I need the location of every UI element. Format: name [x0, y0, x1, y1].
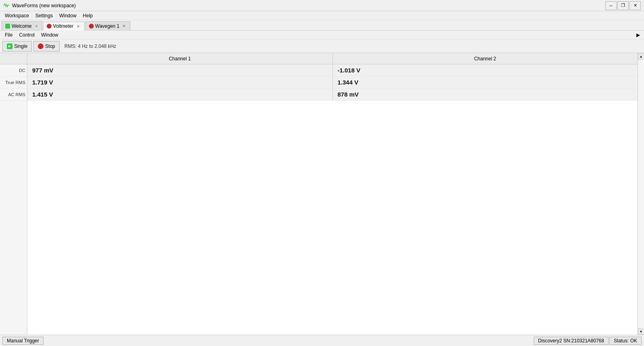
- tab-wavegen1-close-icon[interactable]: ✕: [121, 23, 127, 29]
- data-grid: Channel 1 Channel 2 977 mV -1.018 V 1.71…: [27, 53, 638, 335]
- stop-button[interactable]: Stop: [33, 41, 60, 51]
- single-button[interactable]: Single: [2, 41, 32, 51]
- grid-cell-ac-rms-ch2: 878 mV: [333, 89, 638, 100]
- voltmeter-tab-icon: [47, 24, 52, 29]
- welcome-tab-icon: [5, 24, 10, 29]
- submenu-window[interactable]: Window: [38, 31, 62, 39]
- maximize-button[interactable]: ❐: [617, 1, 629, 10]
- scroll-up-arrow[interactable]: ▲: [638, 53, 644, 60]
- instrument-toolbar: Single Stop RMS: 4 Hz to 2.048 kHz: [0, 39, 644, 53]
- grid-header-ch2: Channel 2: [333, 53, 638, 64]
- submenu-file[interactable]: File: [2, 31, 16, 39]
- statusbar: Manual Trigger Discovery2 SN:210321A8076…: [0, 335, 644, 346]
- main-content: DC True RMS AC RMS Channel 1 Channel 2 9…: [0, 53, 644, 335]
- grid-cell-dc-ch2: -1.018 V: [333, 64, 638, 76]
- tab-welcome-label: Welcome: [12, 23, 32, 29]
- tab-voltmeter-close-icon[interactable]: ✕: [75, 23, 81, 29]
- instrument-submenu: File Control Window ▶: [0, 31, 644, 39]
- device-info: Discovery2 SN:210321A80768: [534, 337, 609, 345]
- row-label-ac-rms: AC RMS: [0, 89, 27, 101]
- single-label: Single: [14, 43, 27, 49]
- row-label-true-rms: True RMS: [0, 76, 27, 89]
- tab-voltmeter[interactable]: Voltmeter ✕: [43, 22, 85, 31]
- tab-wavegen1[interactable]: Wavegen 1 ✕: [85, 21, 130, 30]
- submenu-control[interactable]: Control: [16, 31, 38, 39]
- rms-label: RMS: 4 Hz to 2.048 kHz: [64, 43, 116, 49]
- grid-header-ch1: Channel 1: [27, 53, 333, 64]
- menu-window[interactable]: Window: [56, 11, 80, 20]
- instrument-submenu-left: File Control Window: [2, 31, 62, 39]
- scroll-down-arrow[interactable]: ▼: [638, 328, 644, 335]
- grid-row-true-rms: 1.719 V 1.344 V: [27, 76, 638, 89]
- manual-trigger-button[interactable]: Manual Trigger: [2, 337, 43, 345]
- svg-marker-0: [8, 45, 11, 47]
- menubar: Workspace Settings Window Help: [0, 11, 644, 20]
- app-logo-icon: [3, 2, 10, 9]
- grid-cell-ac-rms-ch1: 1.415 V: [27, 89, 333, 100]
- close-button[interactable]: ✕: [630, 1, 641, 10]
- titlebar-left: WaveForms (new workspace): [3, 2, 76, 9]
- scrollbar: ▲ ▼: [638, 53, 644, 335]
- single-icon: [7, 43, 12, 49]
- tab-welcome[interactable]: Welcome ＋: [2, 21, 42, 30]
- stop-label: Stop: [45, 43, 55, 49]
- grid-header-row: Channel 1 Channel 2: [27, 53, 638, 64]
- tab-wavegen1-label: Wavegen 1: [95, 23, 120, 29]
- status-ok: Status: OK: [609, 337, 642, 345]
- row-label-header: [0, 53, 27, 64]
- row-label-dc: DC: [0, 64, 27, 76]
- titlebar-title: WaveForms (new workspace): [12, 3, 76, 8]
- scroll-track[interactable]: [638, 60, 644, 328]
- grid-row-dc: 977 mV -1.018 V: [27, 64, 638, 76]
- stop-icon: [38, 43, 43, 49]
- tab-welcome-add-icon[interactable]: ＋: [34, 23, 39, 29]
- menu-settings[interactable]: Settings: [32, 11, 56, 20]
- minimize-button[interactable]: ─: [605, 1, 617, 10]
- grid-empty-area: [27, 101, 638, 335]
- grid-cell-true-rms-ch2: 1.344 V: [333, 76, 638, 88]
- row-labels: DC True RMS AC RMS: [0, 53, 27, 335]
- expand-icon[interactable]: ▶: [634, 31, 642, 39]
- titlebar-controls: ─ ❐ ✕: [605, 1, 641, 10]
- tabbar: Welcome ＋ Voltmeter ✕ Wavegen 1 ✕: [0, 20, 644, 31]
- tab-voltmeter-label: Voltmeter: [53, 23, 74, 29]
- grid-row-ac-rms: 1.415 V 878 mV: [27, 89, 638, 101]
- status-right: Discovery2 SN:210321A80768 Status: OK: [534, 337, 642, 345]
- grid-cell-true-rms-ch1: 1.719 V: [27, 76, 333, 88]
- grid-cell-dc-ch1: 977 mV: [27, 64, 333, 76]
- wavegen1-tab-icon: [89, 24, 94, 29]
- menu-workspace[interactable]: Workspace: [2, 11, 32, 20]
- titlebar: WaveForms (new workspace) ─ ❐ ✕: [0, 0, 644, 11]
- menu-help[interactable]: Help: [80, 11, 96, 20]
